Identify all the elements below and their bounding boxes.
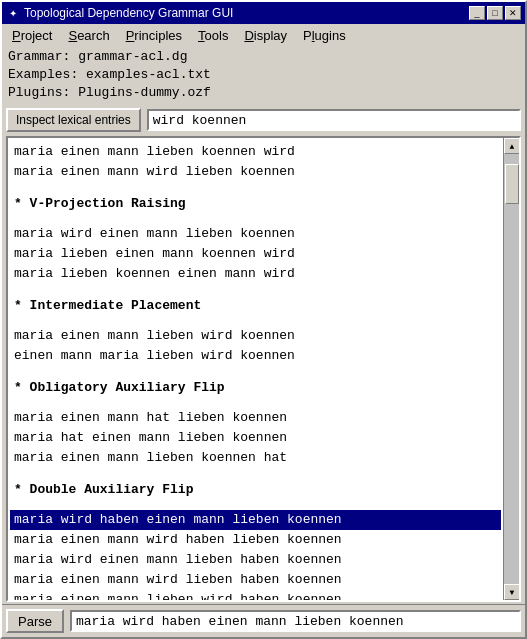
spacer (10, 182, 501, 190)
scrollbar-track[interactable] (504, 154, 519, 584)
list-item[interactable]: maria wird einen mann lieben koennen (10, 224, 501, 244)
window-title: Topological Dependency Grammar GUI (24, 6, 469, 20)
search-input[interactable] (147, 109, 521, 131)
menu-bar: Project Search Principles Tools Display … (2, 24, 525, 46)
spacer (10, 284, 501, 292)
parse-button[interactable]: Parse (6, 609, 64, 633)
examples-info: Examples: examples-acl.txt (8, 66, 519, 84)
menu-search[interactable]: Search (60, 26, 117, 45)
minimize-button[interactable]: _ (469, 6, 485, 20)
close-button[interactable]: ✕ (505, 6, 521, 20)
spacer (10, 366, 501, 374)
list-item[interactable]: maria hat einen mann lieben koennen (10, 428, 501, 448)
list-item[interactable]: maria einen mann wird haben lieben koenn… (10, 530, 501, 550)
list-item[interactable]: maria einen mann lieben koennen hat (10, 448, 501, 468)
list-item[interactable]: maria einen mann wird lieben koennen (10, 162, 501, 182)
toolbar: Inspect lexical entries (2, 104, 525, 136)
list-item-selected[interactable]: maria wird haben einen mann lieben koenn… (10, 510, 501, 530)
section-header: * Obligatory Auxiliary Flip (10, 374, 501, 400)
plugins-info: Plugins: Plugins-dummy.ozf (8, 84, 519, 102)
scrollbar-thumb[interactable] (505, 164, 519, 204)
menu-principles[interactable]: Principles (118, 26, 190, 45)
spacer (10, 468, 501, 476)
menu-project[interactable]: Project (4, 26, 60, 45)
title-bar: ✦ Topological Dependency Grammar GUI _ □… (2, 2, 525, 24)
maximize-button[interactable]: □ (487, 6, 503, 20)
menu-display[interactable]: Display (236, 26, 295, 45)
spacer (10, 216, 501, 224)
results-list: maria einen mann lieben koennen wird mar… (8, 138, 503, 600)
list-item[interactable]: maria einen mann wird lieben haben koenn… (10, 570, 501, 590)
list-item[interactable]: maria wird einen mann lieben haben koenn… (10, 550, 501, 570)
section-header: * V-Projection Raising (10, 190, 501, 216)
list-item[interactable]: maria einen mann lieben koennen wird (10, 142, 501, 162)
spacer (10, 400, 501, 408)
grammar-info: Grammar: grammar-acl.dg (8, 48, 519, 66)
inspect-button[interactable]: Inspect lexical entries (6, 108, 141, 132)
scroll-up-button[interactable]: ▲ (504, 138, 520, 154)
list-item[interactable]: einen mann maria lieben wird koennen (10, 346, 501, 366)
main-window: ✦ Topological Dependency Grammar GUI _ □… (0, 0, 527, 639)
section-header: * Intermediate Placement (10, 292, 501, 318)
list-item[interactable]: maria lieben koennen einen mann wird (10, 264, 501, 284)
spacer (10, 502, 501, 510)
bottom-bar: Parse maria wird haben einen mann lieben… (2, 604, 525, 637)
list-item[interactable]: maria einen mann lieben wird koennen (10, 326, 501, 346)
scrollbar: ▲ ▼ (503, 138, 519, 600)
content-area: maria einen mann lieben koennen wird mar… (6, 136, 521, 602)
scroll-down-button[interactable]: ▼ (504, 584, 520, 600)
menu-tools[interactable]: Tools (190, 26, 236, 45)
list-item[interactable]: maria einen mann hat lieben koennen (10, 408, 501, 428)
app-icon: ✦ (6, 6, 20, 20)
parse-display: maria wird haben einen mann lieben koenn… (70, 610, 521, 632)
spacer (10, 318, 501, 326)
info-section: Grammar: grammar-acl.dg Examples: exampl… (2, 46, 525, 104)
list-item[interactable]: maria lieben einen mann koennen wird (10, 244, 501, 264)
list-item[interactable]: maria einen mann lieben wird haben koenn… (10, 590, 501, 600)
window-controls: _ □ ✕ (469, 6, 521, 20)
menu-plugins[interactable]: Plugins (295, 26, 354, 45)
section-header: * Double Auxiliary Flip (10, 476, 501, 502)
